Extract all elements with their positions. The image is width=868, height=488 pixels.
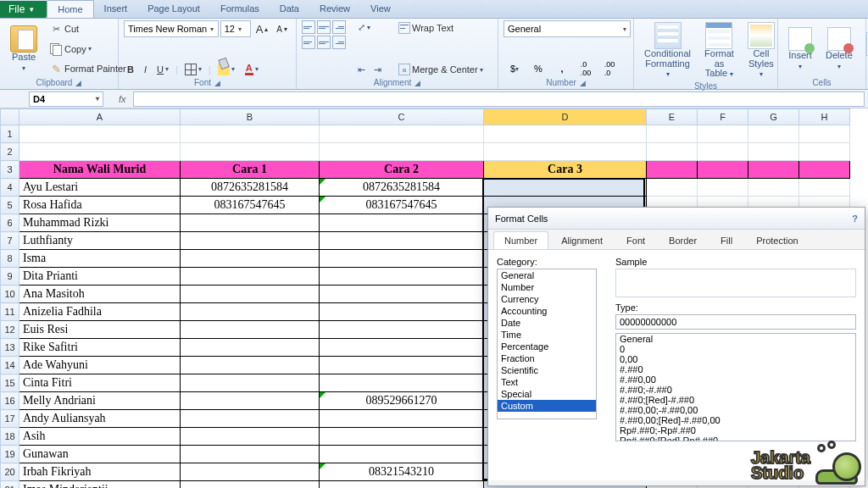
category-custom[interactable]: Custom — [498, 400, 596, 412]
dialog-launcher-icon[interactable]: ◢ — [415, 79, 420, 87]
dialog-launcher-icon[interactable]: ◢ — [75, 79, 81, 87]
cell[interactable] — [484, 179, 647, 197]
col-header-C[interactable]: C — [320, 109, 484, 125]
cell[interactable]: 083167547645 — [181, 197, 320, 214]
dialog-tab-border[interactable]: Border — [658, 231, 708, 249]
cell[interactable]: 083167547645 — [320, 197, 484, 214]
row-header[interactable]: 10 — [1, 286, 19, 303]
name-box[interactable]: D4▾ — [29, 92, 103, 107]
category-accounting[interactable]: Accounting — [498, 305, 596, 317]
help-icon[interactable]: ? — [852, 214, 858, 224]
cell[interactable] — [647, 125, 698, 143]
row-header[interactable]: 3 — [1, 161, 19, 179]
cell[interactable] — [320, 446, 484, 463]
col-header-D[interactable]: D — [484, 109, 647, 125]
dialog-titlebar[interactable]: Format Cells ? — [488, 208, 865, 230]
cell[interactable]: Rike Safitri — [19, 339, 181, 357]
header-cell[interactable]: Cara 1 — [181, 161, 320, 179]
col-header-B[interactable]: B — [181, 109, 320, 125]
cut-button[interactable]: ✂Cut — [46, 20, 130, 37]
cell[interactable] — [748, 179, 799, 197]
cell[interactable] — [484, 143, 647, 161]
row-header[interactable]: 15 — [1, 374, 19, 392]
dialog-tab-font[interactable]: Font — [615, 231, 656, 249]
cell[interactable] — [181, 392, 320, 410]
dialog-tab-alignment[interactable]: Alignment — [550, 231, 614, 249]
row-header[interactable]: 2 — [1, 143, 19, 161]
type-option[interactable]: #.##0;[Red]-#.##0 — [616, 395, 855, 405]
type-option[interactable]: #.##0,00;[Red]-#.##0,00 — [616, 415, 855, 425]
conditional-formatting-button[interactable]: Conditional Formatting ▾ — [639, 20, 696, 80]
type-option[interactable]: General — [616, 334, 855, 344]
cell[interactable] — [320, 250, 484, 268]
cell[interactable]: Ade Wahyuni — [19, 357, 181, 374]
cell[interactable] — [181, 446, 320, 463]
row-header[interactable]: 13 — [1, 339, 19, 357]
type-option[interactable]: #.##0 — [616, 364, 855, 374]
cell[interactable] — [181, 357, 320, 374]
delete-cells-button[interactable]: Delete▾ — [821, 20, 858, 77]
category-scientific[interactable]: Scientific — [498, 364, 596, 376]
cell[interactable] — [320, 214, 484, 232]
cell[interactable] — [799, 125, 850, 143]
cell[interactable]: Andy Auliansyah — [19, 410, 181, 428]
row-header[interactable]: 7 — [1, 232, 19, 250]
cell[interactable] — [181, 125, 320, 143]
dialog-tab-protection[interactable]: Protection — [745, 231, 810, 249]
insert-cells-button[interactable]: Insert▾ — [783, 20, 817, 77]
cell[interactable] — [799, 161, 850, 179]
row-header[interactable]: 17 — [1, 410, 19, 428]
copy-button[interactable]: Copy▾ — [46, 41, 130, 58]
cell[interactable]: Euis Resi — [19, 321, 181, 339]
cell[interactable] — [748, 125, 799, 143]
category-list[interactable]: GeneralNumberCurrencyAccountingDateTimeP… — [497, 269, 597, 419]
tab-formulas[interactable]: Formulas — [210, 0, 270, 18]
wrap-text-button[interactable]: Wrap Text — [395, 20, 487, 36]
tab-data[interactable]: Data — [270, 0, 309, 18]
cell[interactable]: 0872635281584 — [181, 179, 320, 197]
cell[interactable] — [484, 125, 647, 143]
cell[interactable]: Isma — [19, 250, 181, 268]
category-fraction[interactable]: Fraction — [498, 352, 596, 364]
cell[interactable] — [698, 161, 748, 179]
cell[interactable]: Luthfianty — [19, 232, 181, 250]
shrink-font-button[interactable]: A▾ — [273, 23, 291, 36]
row-header[interactable]: 8 — [1, 250, 19, 268]
row-header[interactable]: 1 — [1, 125, 19, 143]
tab-insert[interactable]: Insert — [94, 0, 138, 18]
paste-button[interactable]: Paste▾ — [5, 20, 42, 77]
file-tab[interactable]: File ▼ — [0, 1, 47, 18]
cell[interactable]: Gunawan — [19, 446, 181, 463]
cell[interactable]: Melly Andriani — [19, 392, 181, 410]
cell[interactable]: Imas Minderientii — [19, 481, 181, 489]
cell[interactable] — [320, 428, 484, 446]
cell[interactable] — [320, 125, 484, 143]
cell[interactable]: 0872635281584 — [320, 179, 484, 197]
category-text[interactable]: Text — [498, 376, 596, 388]
col-header-A[interactable]: A — [19, 109, 181, 125]
cell[interactable]: 08321543210 — [320, 463, 484, 481]
row-header[interactable]: 21 — [1, 481, 19, 489]
format-cells-button[interactable]: Fo — [861, 20, 868, 77]
bold-button[interactable]: B — [124, 63, 137, 76]
cell[interactable] — [320, 232, 484, 250]
cell[interactable]: 089529661270 — [320, 392, 484, 410]
type-option[interactable]: 0 — [616, 344, 855, 354]
cell[interactable] — [647, 143, 698, 161]
col-header-H[interactable]: H — [799, 109, 850, 125]
type-option[interactable]: Rp#.##0;-Rp#.##0 — [616, 425, 855, 435]
format-painter-button[interactable]: ✎Format Painter — [46, 60, 130, 77]
cell[interactable] — [320, 410, 484, 428]
cell[interactable]: Dita Prianti — [19, 268, 181, 286]
italic-button[interactable]: I — [141, 63, 150, 76]
decrease-decimal-button[interactable]: .00.0 — [598, 60, 620, 77]
percent-button[interactable]: % — [527, 60, 549, 77]
cell[interactable] — [320, 481, 484, 489]
cell[interactable] — [181, 481, 320, 489]
fill-color-button[interactable]: ▾ — [214, 62, 238, 77]
cell[interactable] — [748, 161, 799, 179]
category-number[interactable]: Number — [498, 281, 596, 293]
category-date[interactable]: Date — [498, 317, 596, 329]
format-as-table-button[interactable]: Format as Table ▾ — [699, 20, 739, 80]
accounting-button[interactable]: $▾ — [504, 60, 526, 77]
